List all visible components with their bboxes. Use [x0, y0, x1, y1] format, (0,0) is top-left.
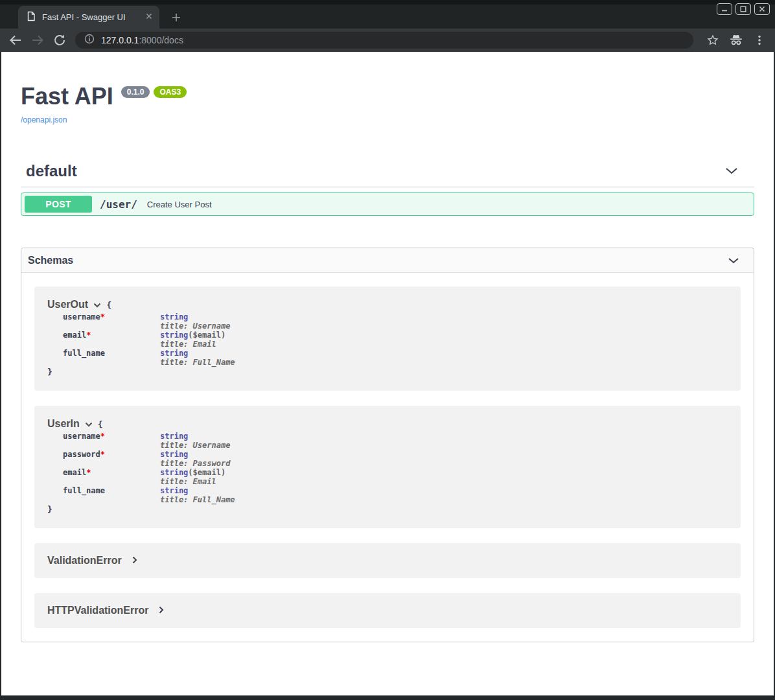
new-tab-button[interactable]: [168, 10, 184, 25]
reload-button[interactable]: [51, 31, 69, 49]
version-badge: 0.1.0: [121, 86, 150, 98]
chevron-down-icon: [725, 165, 738, 177]
url-bar[interactable]: 127.0.0.1:8000/docs: [75, 32, 693, 49]
oas3-badge: OAS3: [154, 86, 187, 98]
property-row: email* string($email): [63, 331, 728, 340]
brace-close: }: [47, 367, 728, 377]
schemas-title: Schemas: [28, 255, 73, 266]
property-title-row: title: Full_Name: [63, 495, 728, 504]
forward-button[interactable]: [29, 31, 47, 49]
page-viewport: Fast API 0.1.0 OAS3 /openapi.json defaul…: [1, 52, 774, 695]
model-validationerror[interactable]: ValidationError: [34, 543, 741, 578]
tag-title: default: [26, 162, 77, 180]
chevron-right-icon: [132, 555, 137, 566]
model-userout-header[interactable]: UserOut {: [47, 299, 728, 310]
minimize-button[interactable]: [717, 3, 732, 15]
tab-strip: Fast API - Swagger UI: [0, 0, 775, 29]
chevron-down-icon[interactable]: [85, 418, 93, 430]
property-title-row: title: Email: [63, 340, 728, 349]
endpoint-path: /user/: [100, 198, 137, 211]
method-badge: POST: [25, 196, 92, 213]
page-favicon-icon: [26, 11, 36, 24]
endpoint-summary: Create User Post: [147, 200, 212, 209]
browser-toolbar: 127.0.0.1:8000/docs: [0, 29, 775, 52]
browser-window: Fast API - Swagger UI: [0, 0, 775, 700]
brace-open: {: [98, 419, 103, 429]
model-name: ValidationError: [47, 555, 122, 566]
schemas-section: Schemas UserOut {: [21, 248, 754, 642]
model-name: UserOut: [47, 299, 88, 310]
property-row: full_name string: [63, 486, 728, 495]
model-name: HTTPValidationError: [47, 605, 148, 616]
browser-tab[interactable]: Fast API - Swagger UI: [18, 6, 159, 29]
brace-close: }: [47, 504, 728, 514]
close-window-button[interactable]: [754, 3, 770, 15]
chevron-down-icon: [728, 255, 739, 266]
schemas-header[interactable]: Schemas: [21, 248, 754, 273]
url-text: 127.0.0.1:8000/docs: [101, 35, 183, 45]
maximize-button[interactable]: [735, 3, 751, 15]
model-httpvalidationerror[interactable]: HTTPValidationError: [34, 593, 741, 628]
required-star: *: [100, 432, 105, 441]
tab-title: Fast API - Swagger UI: [42, 12, 138, 22]
schemas-body: UserOut { username* string: [21, 273, 754, 642]
model-userin: UserIn { username* string: [34, 406, 741, 528]
required-star: *: [86, 331, 91, 340]
model-userin-header[interactable]: UserIn {: [47, 418, 728, 430]
opblock-post-user[interactable]: POST /user/ Create User Post: [21, 192, 754, 216]
site-info-icon[interactable]: [84, 34, 95, 47]
window-controls: [717, 3, 770, 15]
property-title-row: title: Email: [63, 477, 728, 486]
openapi-spec-link[interactable]: /openapi.json: [21, 115, 67, 124]
property-title-row: title: Full_Name: [63, 358, 728, 367]
api-title: Fast API: [21, 84, 113, 109]
property-row: username* string: [63, 312, 728, 321]
brace-open: {: [106, 300, 111, 310]
property-title-row: title: Password: [63, 459, 728, 468]
chevron-down-icon[interactable]: [93, 299, 101, 310]
chevron-right-icon: [159, 605, 164, 616]
required-star: *: [100, 450, 105, 459]
property-row: email* string($email): [63, 468, 728, 477]
tag-header-default[interactable]: default: [21, 162, 754, 187]
required-star: *: [86, 468, 91, 477]
incognito-icon: [727, 31, 745, 49]
property-row: username* string: [63, 432, 728, 441]
api-info: Fast API 0.1.0 OAS3 /openapi.json: [21, 84, 754, 125]
back-button[interactable]: [6, 31, 25, 49]
required-star: *: [100, 312, 105, 321]
model-name: UserIn: [47, 418, 80, 430]
tag-section-default: default POST /user/ Create User Post: [21, 162, 754, 216]
property-title-row: title: Username: [63, 441, 728, 450]
property-row: password* string: [63, 450, 728, 459]
property-title-row: title: Username: [63, 321, 728, 331]
bookmark-star-icon[interactable]: [704, 31, 722, 49]
tab-close-icon[interactable]: [144, 11, 154, 24]
browser-menu-icon[interactable]: [750, 31, 769, 49]
model-userout: UserOut { username* string: [34, 286, 741, 391]
property-row: full_name string: [63, 349, 728, 358]
